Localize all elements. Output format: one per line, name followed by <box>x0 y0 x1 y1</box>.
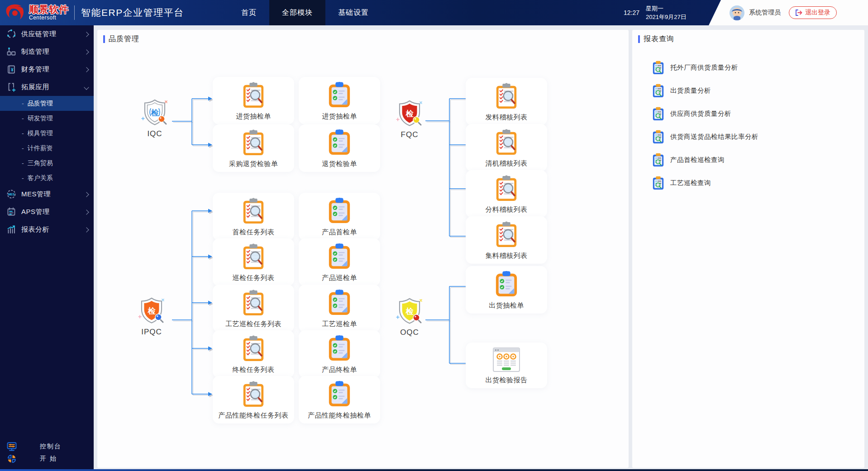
page-title: 品质管理 <box>109 34 139 44</box>
flow-node-label: 产品性能终检抽检单 <box>299 411 380 420</box>
flow-node-退货检验单[interactable]: 退货检验单 <box>299 124 380 172</box>
flow-node-首检任务列表[interactable]: 首检任务列表 <box>213 193 294 240</box>
inspection-form-icon <box>494 271 519 298</box>
app-window: 顺景软件 Centersoft 智能ERP企业管理平台 首页全部模块基础设置 1… <box>0 0 868 471</box>
chevron-right-icon <box>84 49 89 54</box>
report-item-出货质量分析[interactable]: 出货质量分析 <box>652 79 758 102</box>
report-item-托外厂商供货质量分析[interactable]: 托外厂商供货质量分析 <box>652 56 758 79</box>
inspection-list-icon <box>494 221 519 248</box>
sidebar-item-label: 财务管理 <box>21 65 85 74</box>
flow-group-FQC: 检 FQC <box>388 100 431 139</box>
flow-node-label: 产品性能终检任务列表 <box>213 411 294 420</box>
sidebar-subitem-计件薪资[interactable]: -计件薪资 <box>0 141 94 156</box>
title-accent-bar <box>103 35 105 43</box>
sidebar-item-APS管理[interactable]: APS管理 <box>0 203 94 221</box>
flow-node-终检任务列表[interactable]: 终检任务列表 <box>213 330 294 378</box>
nav-tab-首页[interactable]: 首页 <box>229 0 269 25</box>
sidebar-footer-console[interactable]: 控制台 <box>0 440 94 452</box>
brand-name-en: Centersoft <box>29 14 69 21</box>
flow-node-采购退货检验单[interactable]: 采购退货检验单 <box>213 124 294 172</box>
sidebar-subitem-label: 品质管理 <box>28 100 53 108</box>
flow-node-label: 工艺巡检单 <box>299 320 380 328</box>
qc-shield-icon: 检 <box>396 297 424 324</box>
brand-logo-icon <box>5 3 25 23</box>
flow-node-巡检任务列表[interactable]: 巡检任务列表 <box>213 238 294 286</box>
report-query-icon <box>652 61 664 75</box>
flow-group-label: FQC <box>388 130 431 139</box>
report-item-产品首检巡检查询[interactable]: 产品首检巡检查询 <box>652 148 758 171</box>
user-area: 系统管理员 退出登录 <box>709 0 868 25</box>
flow-node-发料稽核列表[interactable]: 发料稽核列表 <box>466 78 547 125</box>
chevron-right-icon <box>84 32 89 37</box>
sidebar-subitem-label: 客户关系 <box>28 174 53 182</box>
report-item-label: 出货质量分析 <box>670 86 711 95</box>
logout-button[interactable]: 退出登录 <box>789 6 837 19</box>
flow-node-出货抽检单[interactable]: 出货抽检单 <box>466 266 547 314</box>
nav-tab-基础设置[interactable]: 基础设置 <box>325 0 382 25</box>
flow-node-清机稽核列表[interactable]: 清机稽核列表 <box>466 124 547 171</box>
avatar[interactable] <box>730 5 744 20</box>
brand-text: 顺景软件 Centersoft <box>29 5 69 21</box>
inspection-form-icon <box>327 381 352 408</box>
report-item-工艺巡检查询[interactable]: 工艺巡检查询 <box>652 171 758 195</box>
flow-node-label: 进货抽检单 <box>213 112 294 121</box>
flow-node-工艺巡检任务列表[interactable]: 工艺巡检任务列表 <box>213 285 294 332</box>
sidebar-item-财务管理[interactable]: ¥财务管理 <box>0 61 94 78</box>
inspection-list-icon <box>241 289 266 316</box>
report-item-供应商供货质量分析[interactable]: 供应商供货质量分析 <box>652 102 758 125</box>
sidebar-item-报表分析[interactable]: 报表分析 <box>0 221 94 238</box>
flow-node-label: 分料稽核列表 <box>466 205 547 214</box>
flow-group-IPQC: 检 IPQC <box>130 297 173 337</box>
flow-node-label: 集料稽核列表 <box>466 252 547 260</box>
logout-icon <box>795 10 802 16</box>
report-list: 托外厂商供货质量分析 出货质量分析 供应商供货质量分析 供货商送货品检结果比率分… <box>652 56 758 195</box>
sidebar-item-拓展应用[interactable]: 拓展应用 <box>0 78 94 96</box>
svg-text:检: 检 <box>151 109 159 117</box>
footer-label: 开 始 <box>40 455 57 463</box>
sidebar-item-MES管理[interactable]: MESMES管理 <box>0 186 94 203</box>
sidebar-item-制造管理[interactable]: 制造管理 <box>0 43 94 61</box>
dash: - <box>22 115 24 122</box>
flow-node-产品首检单[interactable]: 产品首检单 <box>299 193 380 240</box>
flow-group-label: OQC <box>388 328 431 337</box>
flow-node-集料稽核列表[interactable]: 集料稽核列表 <box>466 216 547 264</box>
inspection-list-icon <box>494 175 519 202</box>
chevron-right-icon <box>84 209 89 214</box>
sidebar-subitem-三角贸易[interactable]: -三角贸易 <box>0 156 94 171</box>
report-icon <box>6 224 17 235</box>
flow-node-label: 采购退货检验单 <box>213 160 294 168</box>
sidebar-subitem-模具管理[interactable]: -模具管理 <box>0 126 94 141</box>
flow-node-进货抽检单[interactable]: 进货抽检单 <box>299 77 380 124</box>
flow-node-产品性能终检任务列表[interactable]: 产品性能终检任务列表 <box>213 376 294 423</box>
sidebar-subitem-label: 计件薪资 <box>28 144 53 152</box>
report-item-label: 供应商供货质量分析 <box>670 109 731 118</box>
sidebar-item-供应链管理[interactable]: 供应链管理 <box>0 25 94 43</box>
sidebar-footer-start[interactable]: 开 始 <box>0 452 94 465</box>
sidebar-item-label: MES管理 <box>21 190 85 199</box>
flow-node-产品巡检单[interactable]: 产品巡检单 <box>299 238 380 286</box>
flow-node-进货抽检单[interactable]: 进货抽检单 <box>213 77 294 124</box>
sidebar-item-label: 拓展应用 <box>21 83 85 91</box>
start-icon <box>6 453 17 464</box>
flow-node-label: 产品终检单 <box>299 366 380 374</box>
inspection-list-icon <box>241 81 266 109</box>
dash: - <box>22 145 24 152</box>
flow-node-产品终检单[interactable]: 产品终检单 <box>299 330 380 378</box>
qc-shield-icon: 检 <box>396 100 424 127</box>
flow-node-产品性能终检抽检单[interactable]: 产品性能终检抽检单 <box>299 376 380 423</box>
sidebar-subitem-品质管理[interactable]: -品质管理 <box>0 96 94 111</box>
aps-icon <box>6 207 17 217</box>
flow-node-工艺巡检单[interactable]: 工艺巡检单 <box>299 285 380 332</box>
flow-node-分料稽核列表[interactable]: 分料稽核列表 <box>466 170 547 218</box>
dash: - <box>22 100 24 107</box>
flow-node-label: 清机稽核列表 <box>466 159 547 168</box>
flow-node-出货检验报告[interactable]: 出货检验报告 <box>466 343 547 388</box>
flow-group-label: IQC <box>133 129 176 138</box>
sidebar-subitem-客户关系[interactable]: -客户关系 <box>0 171 94 186</box>
sidebar-subitem-label: 模具管理 <box>28 129 53 138</box>
flow-group-IQC: 检 IQC <box>133 99 176 138</box>
sidebar-subitem-研发管理[interactable]: -研发管理 <box>0 111 94 126</box>
report-item-供货商送货品检结果比率分析[interactable]: 供货商送货品检结果比率分析 <box>652 125 758 148</box>
sidebar-footer: 控制台 开 始 <box>0 440 94 465</box>
nav-tab-全部模块[interactable]: 全部模块 <box>269 0 325 25</box>
